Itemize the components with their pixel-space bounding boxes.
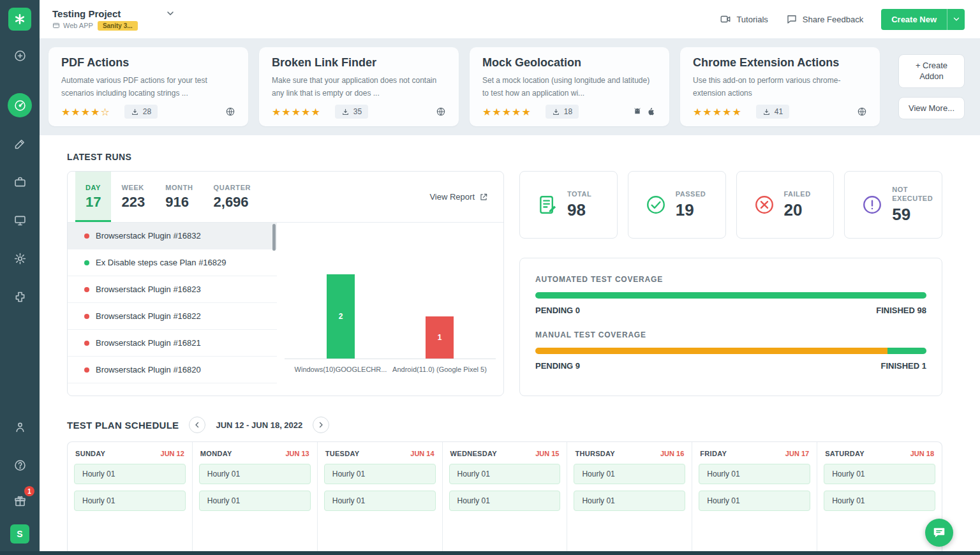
status-dot	[84, 233, 89, 239]
schedule-event[interactable]: Hourly 01	[199, 464, 311, 484]
star-rating: ★★★★★	[482, 106, 531, 118]
automated-finished-label: FINISHED 98	[876, 306, 926, 315]
addon-description: Make sure that your application does not…	[272, 75, 446, 100]
download-count: 28	[124, 105, 158, 119]
download-count: 35	[335, 105, 368, 119]
run-list-item[interactable]: Browserstack Plugin #16822	[68, 303, 277, 330]
run-list-item[interactable]: Browserstack Plugin #16821	[68, 330, 277, 357]
tab-week[interactable]: WEEK 223	[111, 172, 155, 222]
addon-card[interactable]: Broken Link Finder Make sure that your a…	[259, 47, 459, 126]
stat-card-not-executed[interactable]: NOT EXECUTED 59	[844, 171, 942, 239]
tab-quarter[interactable]: QUARTER 2,696	[204, 172, 262, 222]
schedule-event[interactable]: Hourly 01	[699, 491, 810, 511]
create-plus-icon[interactable]	[8, 43, 32, 68]
schedule-card: SUNDAYJUN 12 Hourly 01 Hourly 01 MONDAYJ…	[67, 441, 942, 551]
check-circle-icon	[645, 194, 667, 216]
schedule-event[interactable]: Hourly 01	[574, 464, 685, 484]
person-pin-icon[interactable]	[8, 415, 32, 439]
project-title: Testing Project	[52, 8, 121, 19]
download-count: 18	[546, 105, 579, 119]
addon-card[interactable]: PDF Actions Automate various PDF actions…	[48, 47, 248, 126]
addon-title: Mock Geolocation	[482, 56, 657, 70]
stat-card-failed[interactable]: FAILED 20	[736, 171, 835, 239]
create-new-chevron-down-icon[interactable]	[947, 9, 965, 30]
schedule-event[interactable]: Hourly 01	[449, 464, 561, 484]
user-avatar[interactable]: S	[10, 524, 29, 544]
manual-coverage-bar	[535, 348, 926, 354]
share-feedback-link[interactable]: Share Feedback	[786, 13, 863, 25]
schedule-title: TEST PLAN SCHEDULE	[67, 420, 179, 431]
briefcase-icon[interactable]	[8, 170, 32, 194]
schedule-prev-button[interactable]	[189, 417, 205, 433]
download-count: 41	[756, 105, 789, 119]
app-logo[interactable]	[8, 8, 31, 31]
gift-icon[interactable]: 1	[8, 489, 32, 513]
scrollbar-thumb[interactable]	[272, 224, 276, 251]
schedule-next-button[interactable]	[313, 417, 329, 433]
run-list-item[interactable]: Browserstack Plugin #16823	[68, 276, 277, 303]
puzzle-icon[interactable]	[8, 285, 32, 309]
star-rating: ★★★★★	[693, 106, 742, 118]
schedule-day-column: SATURDAYJUN 18 Hourly 01 Hourly 01	[817, 442, 942, 551]
schedule-event[interactable]: Hourly 01	[824, 491, 935, 511]
monitor-icon[interactable]	[8, 208, 32, 232]
schedule-event[interactable]: Hourly 01	[824, 464, 935, 484]
project-chevron-down-icon[interactable]	[165, 8, 175, 18]
schedule-day-column: WEDNESDAYJUN 15 Hourly 01 Hourly 01	[443, 442, 568, 551]
addon-title: PDF Actions	[61, 56, 235, 70]
schedule-day-column: SUNDAYJUN 12 Hourly 01 Hourly 01	[68, 442, 193, 551]
automated-coverage-bar	[535, 292, 926, 299]
view-more-button[interactable]: View More...	[898, 97, 965, 120]
help-icon[interactable]	[8, 453, 32, 477]
create-addon-button[interactable]: + Create Addon	[898, 54, 965, 88]
globe-icon	[436, 107, 446, 117]
schedule-event[interactable]: Hourly 01	[324, 491, 436, 511]
run-list-item[interactable]: Browserstack Plugin #16832	[68, 223, 277, 249]
manual-pending-label: PENDING 9	[535, 361, 580, 371]
flower-asterisk-icon	[13, 13, 26, 26]
addon-description: Set a mock location (using longitude and…	[482, 75, 657, 100]
schedule-event[interactable]: Hourly 01	[199, 491, 311, 511]
stat-card-total[interactable]: TOTAL 98	[519, 171, 618, 239]
addon-description: Use this add-on to perform various chrom…	[693, 75, 867, 100]
chat-bubble-icon	[932, 526, 946, 540]
schedule-date-range: JUN 12 - JUN 18, 2022	[216, 420, 302, 430]
status-dot	[84, 367, 89, 373]
project-block: Testing Project Web APP Sanity 3...	[52, 8, 175, 31]
project-type: Web APP	[52, 22, 93, 29]
stat-card-passed[interactable]: PASSED 19	[628, 171, 726, 239]
run-list-item[interactable]: Ex Disable steps case Plan #16829	[68, 249, 277, 276]
addon-title: Chrome Extension Actions	[693, 56, 867, 70]
status-dot	[84, 287, 89, 292]
chart-bar: 2	[327, 274, 355, 359]
gear-icon[interactable]	[8, 246, 32, 270]
view-report-link[interactable]: View Report	[429, 172, 496, 222]
create-new-button[interactable]: Create New	[881, 9, 965, 30]
schedule-day-column: FRIDAYJUN 17 Hourly 01 Hourly 01	[692, 442, 817, 551]
schedule-event[interactable]: Hourly 01	[74, 491, 186, 511]
chart-bar: 1	[426, 316, 454, 359]
download-icon	[552, 108, 560, 116]
tutorials-link[interactable]: Tutorials	[720, 13, 768, 25]
manual-finished-label: FINISHED 1	[880, 361, 926, 371]
schedule-event[interactable]: Hourly 01	[449, 491, 561, 511]
coverage-card: AUTOMATED TEST COVERAGE PENDING 0 FINISH…	[519, 258, 942, 396]
schedule-event[interactable]: Hourly 01	[74, 464, 186, 484]
x-circle-icon	[754, 194, 775, 216]
tab-month[interactable]: MONTH 916	[155, 172, 203, 222]
pencil-icon[interactable]	[8, 131, 32, 156]
automated-pending-label: PENDING 0	[535, 306, 580, 315]
addon-card[interactable]: Chrome Extension Actions Use this add-on…	[680, 47, 880, 126]
schedule-event[interactable]: Hourly 01	[699, 464, 810, 484]
tab-day[interactable]: DAY 17	[75, 172, 111, 222]
schedule-event[interactable]: Hourly 01	[574, 491, 685, 511]
globe-icon	[857, 107, 867, 117]
run-list-item[interactable]: Browserstack Plugin #16820	[68, 357, 277, 383]
chart-category-label: Android(11.0) (Google Pixel 5)	[392, 365, 487, 375]
dashboard-icon[interactable]	[8, 93, 32, 117]
chat-fab-button[interactable]	[925, 519, 953, 547]
topbar: Testing Project Web APP Sanity 3... T	[40, 0, 980, 38]
project-badge[interactable]: Sanity 3...	[98, 21, 138, 31]
addon-card[interactable]: Mock Geolocation Set a mock location (us…	[470, 47, 669, 126]
schedule-event[interactable]: Hourly 01	[324, 464, 436, 484]
